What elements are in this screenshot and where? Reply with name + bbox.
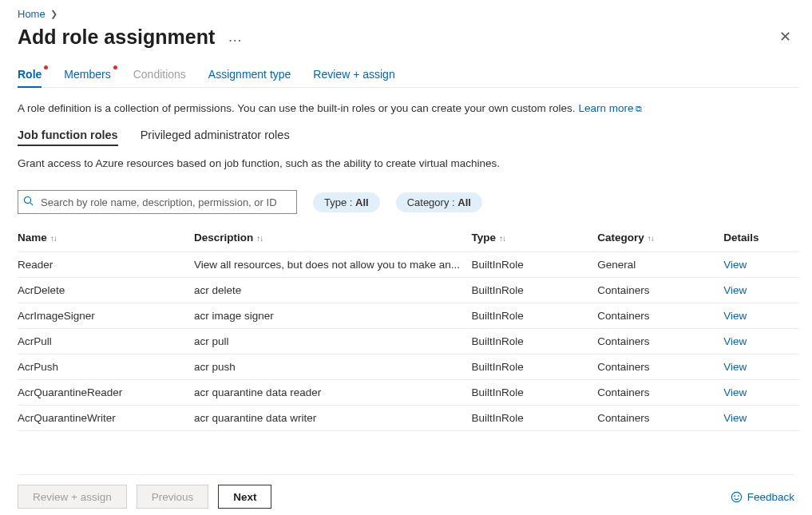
cell-type: BuiltInRole: [471, 329, 597, 355]
table-row[interactable]: AcrQuarantineReaderacr quarantine data r…: [18, 380, 799, 406]
cell-description: acr image signer: [194, 303, 471, 329]
table-row[interactable]: AcrPushacr pushBuiltInRoleContainersView: [18, 355, 799, 380]
tab-review-assign[interactable]: Review + assign: [313, 68, 394, 87]
th-description[interactable]: Description↑↓: [194, 227, 471, 252]
filter-category-value: All: [457, 196, 471, 208]
wizard-tabs: Role Members Conditions Assignment type …: [18, 68, 799, 88]
feedback-label: Feedback: [747, 491, 794, 503]
tab-conditions: Conditions: [133, 68, 186, 87]
table-row[interactable]: AcrPullacr pullBuiltInRoleContainersView: [18, 329, 799, 355]
cell-type: BuiltInRole: [471, 278, 597, 303]
cell-description: acr quarantine data reader: [194, 380, 471, 406]
cell-type: BuiltInRole: [471, 406, 597, 431]
subtab-description: Grant access to Azure resources based on…: [18, 157, 799, 169]
search-icon: [23, 196, 34, 208]
close-icon[interactable]: ✕: [776, 25, 794, 49]
sort-icon: ↑↓: [50, 234, 57, 243]
cell-description: acr quarantine data writer: [194, 406, 471, 431]
cell-category: Containers: [597, 355, 723, 380]
cell-name: AcrPull: [18, 329, 194, 355]
cell-category: Containers: [597, 380, 723, 406]
cell-name: AcrImageSigner: [18, 303, 194, 329]
page-title: Add role assignment: [18, 26, 215, 49]
svg-line-1: [30, 203, 33, 205]
cell-type: BuiltInRole: [471, 380, 597, 406]
cell-description: View all resources, but does not allow y…: [194, 252, 471, 278]
chevron-right-icon: ❯: [50, 9, 57, 19]
subtab-privileged-admin[interactable]: Privileged administrator roles: [141, 129, 290, 146]
view-link[interactable]: View: [723, 310, 747, 322]
feedback-icon: [731, 491, 743, 503]
cell-category: Containers: [597, 329, 723, 355]
breadcrumb: Home ❯: [18, 8, 794, 20]
previous-button: Previous: [137, 485, 209, 509]
table-row[interactable]: AcrDeleteacr deleteBuiltInRoleContainers…: [18, 278, 799, 303]
learn-more-link[interactable]: Learn more⧉: [578, 102, 642, 114]
cell-description: acr delete: [194, 278, 471, 303]
cell-name: AcrDelete: [18, 278, 194, 303]
cell-name: AcrQuarantineWriter: [18, 406, 194, 431]
external-link-icon: ⧉: [636, 104, 642, 114]
filter-row: Type : All Category : All: [18, 190, 799, 214]
th-type[interactable]: Type↑↓: [471, 227, 597, 252]
cell-name: Reader: [18, 252, 194, 278]
role-type-tabs: Job function roles Privileged administra…: [18, 129, 799, 146]
table-row[interactable]: AcrImageSigneracr image signerBuiltInRol…: [18, 303, 799, 329]
footer: Review + assign Previous Next Feedback: [18, 474, 794, 509]
intro-text: A role definition is a collection of per…: [18, 102, 799, 114]
table-row[interactable]: AcrQuarantineWriteracr quarantine data w…: [18, 406, 799, 431]
breadcrumb-home[interactable]: Home: [18, 8, 46, 20]
svg-point-4: [738, 495, 739, 496]
view-link[interactable]: View: [723, 386, 747, 398]
cell-description: acr push: [194, 355, 471, 380]
filter-type[interactable]: Type : All: [313, 192, 380, 212]
view-link[interactable]: View: [723, 335, 747, 347]
th-category[interactable]: Category↑↓: [597, 227, 723, 252]
cell-category: Containers: [597, 303, 723, 329]
subtab-job-function[interactable]: Job function roles: [18, 129, 118, 146]
cell-name: AcrPush: [18, 355, 194, 380]
tab-assignment-type[interactable]: Assignment type: [208, 68, 291, 87]
intro-text-content: A role definition is a collection of per…: [18, 102, 578, 114]
next-button[interactable]: Next: [218, 485, 271, 509]
content-scroll[interactable]: Role Members Conditions Assignment type …: [18, 60, 804, 474]
view-link[interactable]: View: [723, 361, 747, 373]
title-row: Add role assignment … ✕: [18, 25, 794, 49]
cell-category: Containers: [597, 406, 723, 431]
svg-point-2: [731, 492, 741, 501]
tab-role[interactable]: Role: [18, 68, 42, 87]
cell-type: BuiltInRole: [471, 252, 597, 278]
th-name[interactable]: Name↑↓: [18, 227, 194, 252]
view-link[interactable]: View: [723, 412, 747, 424]
more-options-icon[interactable]: …: [228, 29, 243, 46]
sort-icon: ↑↓: [256, 234, 263, 243]
review-assign-button: Review + assign: [18, 485, 127, 509]
filter-type-value: All: [355, 196, 369, 208]
cell-description: acr pull: [194, 329, 471, 355]
sort-icon: ↑↓: [648, 234, 654, 243]
cell-type: BuiltInRole: [471, 303, 597, 329]
svg-point-3: [734, 495, 735, 496]
svg-point-0: [24, 196, 30, 203]
filter-category[interactable]: Category : All: [396, 192, 482, 212]
feedback-link[interactable]: Feedback: [731, 491, 794, 503]
view-link[interactable]: View: [723, 259, 747, 271]
filter-category-label: Category :: [407, 196, 458, 208]
th-details: Details: [723, 227, 799, 252]
cell-name: AcrQuarantineReader: [18, 380, 194, 406]
filter-type-label: Type :: [324, 196, 355, 208]
cell-category: General: [597, 252, 723, 278]
cell-category: Containers: [597, 278, 723, 303]
table-row[interactable]: ReaderView all resources, but does not a…: [18, 252, 799, 278]
roles-table: Name↑↓ Description↑↓ Type↑↓ Category↑↓ D…: [18, 227, 799, 431]
search-container: [18, 190, 297, 214]
cell-type: BuiltInRole: [471, 355, 597, 380]
view-link[interactable]: View: [723, 284, 747, 296]
tab-members[interactable]: Members: [64, 68, 110, 87]
search-input[interactable]: [18, 190, 297, 214]
sort-icon: ↑↓: [499, 234, 505, 243]
